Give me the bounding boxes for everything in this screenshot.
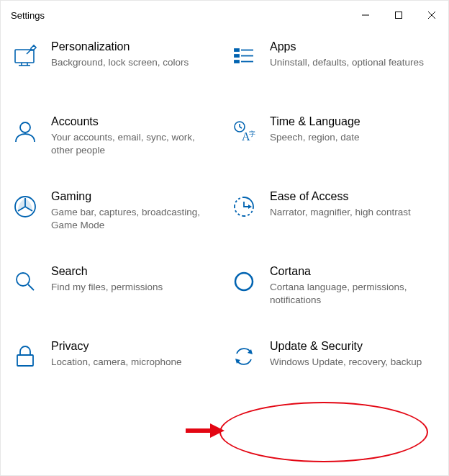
category-time-language[interactable]: A 字 Time & Language Speech, region, date	[230, 114, 441, 158]
svg-rect-9	[235, 55, 239, 57]
category-privacy[interactable]: Privacy Location, camera, microphone	[11, 339, 222, 382]
svg-text:字: 字	[249, 130, 255, 138]
close-button[interactable]	[415, 1, 448, 30]
minimize-button[interactable]	[349, 1, 382, 30]
category-update-security[interactable]: Update & Security Windows Update, recove…	[230, 339, 441, 382]
apps-icon	[230, 42, 258, 71]
svg-rect-8	[235, 49, 239, 51]
svg-point-25	[17, 273, 30, 286]
category-title: Update & Security	[270, 339, 437, 354]
svg-marker-24	[248, 205, 252, 209]
category-title: Apps	[270, 40, 437, 55]
window-controls	[349, 1, 448, 30]
svg-rect-10	[235, 60, 239, 63]
time-language-icon: A 字	[230, 117, 258, 146]
gaming-icon	[11, 192, 40, 221]
category-title: Cortana	[270, 264, 437, 279]
svg-point-27	[235, 273, 253, 290]
category-desc: Your accounts, email, sync, work, other …	[51, 131, 218, 157]
category-gaming[interactable]: Gaming Game bar, captures, broadcasting,…	[11, 189, 222, 233]
ease-of-access-icon	[230, 192, 258, 221]
svg-rect-4	[15, 50, 34, 63]
svg-marker-32	[210, 423, 224, 438]
category-desc: Game bar, captures, broadcasting, Game M…	[51, 206, 218, 232]
svg-point-14	[20, 122, 30, 133]
category-cortana[interactable]: Cortana Cortana language, permissions, n…	[230, 264, 441, 307]
category-desc: Speech, region, date	[270, 131, 437, 144]
category-desc: Find my files, permissions	[51, 281, 218, 294]
category-title: Accounts	[51, 114, 218, 130]
categories-grid: Personalization Background, lock screen,…	[1, 30, 448, 390]
search-icon	[11, 267, 40, 296]
category-accounts[interactable]: Accounts Your accounts, email, sync, wor…	[11, 114, 222, 158]
update-security-icon	[230, 342, 258, 371]
window-title: Settings	[11, 10, 45, 21]
category-title: Ease of Access	[270, 189, 437, 205]
category-personalization[interactable]: Personalization Background, lock screen,…	[11, 40, 222, 83]
category-desc: Uninstall, defaults, optional features	[270, 56, 437, 69]
category-search[interactable]: Search Find my files, permissions	[11, 264, 222, 307]
svg-rect-28	[17, 355, 33, 366]
personalization-icon	[11, 42, 40, 71]
annotation-circle	[219, 402, 428, 462]
titlebar: Settings	[1, 1, 448, 30]
maximize-button[interactable]	[382, 1, 415, 30]
privacy-icon	[11, 342, 40, 371]
category-title: Time & Language	[270, 114, 437, 130]
accounts-icon	[11, 117, 40, 146]
annotation-arrow	[184, 423, 224, 439]
category-desc: Windows Update, recovery, backup	[270, 356, 437, 369]
category-apps[interactable]: Apps Uninstall, defaults, optional featu…	[230, 40, 441, 83]
category-desc: Narrator, magnifier, high contrast	[270, 206, 437, 219]
category-title: Personalization	[51, 40, 218, 55]
category-ease-of-access[interactable]: Ease of Access Narrator, magnifier, high…	[230, 189, 441, 233]
svg-line-17	[240, 127, 242, 128]
category-desc: Cortana language, permissions, notificat…	[270, 281, 437, 307]
category-desc: Location, camera, microphone	[51, 356, 218, 369]
category-desc: Background, lock screen, colors	[51, 56, 218, 69]
svg-line-26	[28, 284, 34, 290]
cortana-icon	[230, 267, 258, 296]
category-title: Search	[51, 264, 218, 279]
svg-rect-1	[396, 12, 402, 19]
category-title: Privacy	[51, 339, 218, 354]
category-title: Gaming	[51, 189, 218, 205]
